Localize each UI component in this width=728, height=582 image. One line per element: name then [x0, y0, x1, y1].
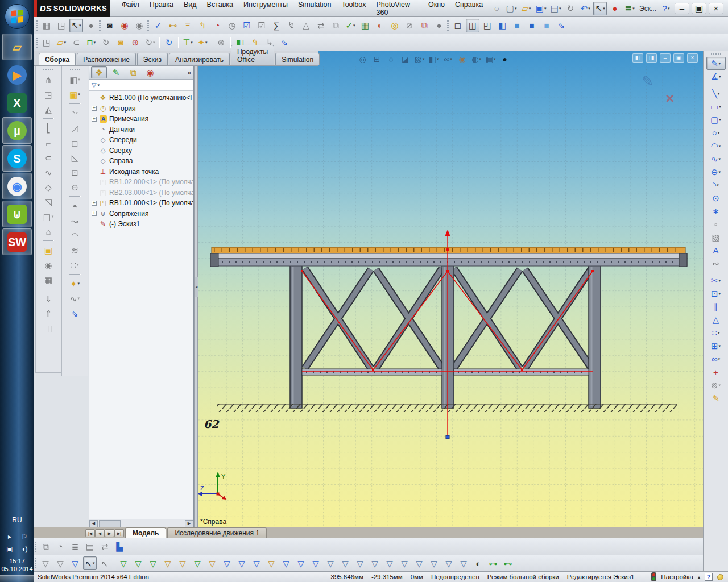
- smart-fasteners-icon[interactable]: ✦▾: [68, 277, 82, 290]
- view-settings-icon[interactable]: ▦▾: [484, 53, 497, 65]
- tree-item-rb1-02-000[interactable]: ◳RB1.02.000<1> (По умолча: [91, 177, 193, 188]
- filter-geometric-tolerances-icon[interactable]: ▽: [398, 556, 411, 570]
- media-player-button[interactable]: ▶: [2, 61, 32, 88]
- filter-dimension-names-icon[interactable]: ▽: [457, 556, 470, 570]
- utorrent-button[interactable]: µ: [2, 117, 32, 144]
- scroll-left-icon[interactable]: ◀: [89, 520, 98, 527]
- filter-surface-finish-icon[interactable]: ▽: [412, 556, 426, 570]
- panel-splitter[interactable]: ◂: [194, 66, 198, 527]
- menu-item[interactable]: Toolbox: [336, 0, 371, 19]
- resource-indicator-icon[interactable]: [717, 574, 723, 580]
- select-icon[interactable]: ↖▾: [593, 2, 607, 15]
- wireframe-icon[interactable]: ◻: [451, 19, 465, 32]
- tree-item-history[interactable]: +◷История: [91, 103, 193, 114]
- view-orientation-icon-dropdown[interactable]: ▾: [423, 57, 425, 61]
- filter-dimensions-icon[interactable]: ▽: [309, 556, 322, 570]
- component-preview-icon[interactable]: ◙: [114, 36, 127, 49]
- menu-item[interactable]: Simulation: [293, 0, 336, 19]
- smart-components-icon[interactable]: ✦▾: [196, 36, 209, 49]
- arc-icon-dropdown[interactable]: ▾: [719, 144, 721, 148]
- motion-study-tab[interactable]: Исследование движения 1: [167, 527, 267, 538]
- closed-corner-icon-dropdown[interactable]: ▾: [52, 214, 54, 219]
- filter-edges-icon[interactable]: ▽: [131, 556, 145, 570]
- start-button[interactable]: [0, 0, 34, 33]
- display-style-icon-dropdown[interactable]: ▾: [437, 57, 439, 61]
- language-indicator[interactable]: RU: [0, 514, 34, 530]
- show-desktop-button[interactable]: [0, 575, 34, 582]
- insert-component-icon-dropdown[interactable]: ▾: [64, 40, 67, 45]
- sensors-check-icon-dropdown[interactable]: ▾: [353, 23, 355, 28]
- tree-filter-input[interactable]: [102, 81, 192, 90]
- spell-checker-icon[interactable]: ✓: [151, 19, 165, 32]
- tree-horizontal-scrollbar[interactable]: ◀ ▶: [89, 519, 193, 527]
- move-entities-icon-dropdown[interactable]: ▾: [719, 344, 721, 348]
- search-icon[interactable]: ◌: [490, 2, 503, 15]
- menu-item[interactable]: Справка: [450, 0, 488, 19]
- slot-icon-dropdown[interactable]: ▾: [719, 118, 721, 122]
- menu-item[interactable]: Вид: [179, 0, 202, 19]
- restore-doc-icon[interactable]: ▣: [673, 53, 684, 63]
- tree-item-right-plane[interactable]: ◇Справа: [91, 156, 193, 167]
- magnified-selection-icon[interactable]: ◌: [384, 53, 398, 65]
- rectangle-icon[interactable]: ▭▾: [706, 100, 726, 113]
- tab-layout[interactable]: Расположение: [77, 53, 136, 65]
- filter-weld-symbols-icon[interactable]: ▽: [383, 556, 396, 570]
- collapse-panel-icon[interactable]: ◂: [195, 277, 198, 297]
- expand-panel-tabs-icon[interactable]: »: [187, 69, 191, 77]
- cancel-sketch-icon[interactable]: ×: [665, 90, 674, 107]
- add-relation-icon[interactable]: +: [706, 365, 726, 379]
- spline-icon-dropdown[interactable]: ▾: [719, 157, 721, 161]
- filter-routing-points-icon[interactable]: ⊶: [486, 556, 500, 570]
- repair-sketch-icon[interactable]: ✎: [706, 392, 726, 405]
- hidden-lines-removed-icon[interactable]: ◰: [481, 19, 494, 32]
- select-cursor-icon[interactable]: ↖▾: [69, 19, 83, 32]
- filter-hole-callouts-icon[interactable]: ▽: [324, 556, 337, 570]
- smart-dimension-icon-dropdown[interactable]: ▾: [719, 74, 721, 79]
- filter-axes-icon[interactable]: ▽: [191, 556, 204, 570]
- slot-icon[interactable]: ▢▾: [706, 113, 726, 126]
- display-relations-icon-dropdown[interactable]: ▾: [718, 357, 721, 361]
- save-icon[interactable]: ▣▾: [534, 2, 548, 15]
- options-icon[interactable]: ≣▾: [623, 2, 636, 15]
- skype-button[interactable]: S: [2, 145, 32, 172]
- help-icon[interactable]: ?▾: [659, 2, 673, 15]
- scroll-last-tab-button[interactable]: ▶|: [114, 529, 124, 537]
- edit-scene-icon[interactable]: ⇘: [555, 19, 568, 32]
- print-icon-dropdown[interactable]: ▾: [559, 6, 561, 11]
- change-transparency-icon[interactable]: ↻: [162, 36, 176, 49]
- filter-surface-bodies-icon[interactable]: ▽: [161, 556, 175, 570]
- hide-show-items-icon[interactable]: ∞▾: [441, 53, 454, 65]
- close-doc-icon[interactable]: ×: [687, 53, 698, 63]
- record-video-icon[interactable]: ◉: [118, 19, 131, 32]
- mate-icon-dropdown[interactable]: ▾: [94, 40, 96, 45]
- curvature-icon[interactable]: ◎: [388, 19, 402, 32]
- select-tool-icon-dropdown[interactable]: ▾: [93, 561, 95, 566]
- design-checker-icon[interactable]: ☑: [240, 19, 254, 32]
- propertymanager-tab[interactable]: ✎: [108, 66, 124, 78]
- filter-datum-targets-icon[interactable]: ▽: [442, 556, 456, 570]
- expand-toggle-icon[interactable]: +: [92, 201, 97, 206]
- displaymanager-tab[interactable]: ◉: [142, 66, 158, 78]
- line-icon-dropdown[interactable]: ▾: [718, 92, 720, 96]
- zoom-to-area-icon[interactable]: ⊞: [370, 53, 383, 65]
- custom-menu-label[interactable]: Настройка: [661, 573, 693, 580]
- open-document-icon[interactable]: ▱▾: [519, 2, 533, 15]
- filter-sketch-segments-icon[interactable]: ▽: [250, 556, 263, 570]
- make-path-icon-dropdown[interactable]: ▾: [719, 383, 721, 388]
- filter-center-marks-icon[interactable]: ▽: [279, 556, 293, 570]
- help-icon-dropdown[interactable]: ▾: [668, 6, 670, 11]
- show-right-pane-icon[interactable]: ◨: [646, 53, 657, 63]
- offset-entities-icon[interactable]: ∥: [706, 300, 726, 313]
- smart-dimension-icon[interactable]: ∡▾: [706, 70, 726, 83]
- save-icon-dropdown[interactable]: ▾: [544, 6, 547, 11]
- trim-entities-icon[interactable]: ✂▾: [706, 274, 726, 287]
- menu-item[interactable]: PhotoView 360: [371, 0, 423, 19]
- show-featuremanager-pane-icon[interactable]: ◧: [632, 53, 643, 63]
- menu-item[interactable]: Файл: [117, 0, 144, 19]
- sketch-icon[interactable]: ✎▾: [706, 57, 726, 70]
- menu-item[interactable]: Инструменты: [238, 0, 293, 19]
- filter-midpoints-icon[interactable]: ▽: [264, 556, 278, 570]
- tree-item-annotations[interactable]: +AПримечания: [91, 114, 193, 124]
- excel-button[interactable]: X: [2, 89, 32, 116]
- filter-centerlines-icon[interactable]: ▽: [294, 556, 308, 570]
